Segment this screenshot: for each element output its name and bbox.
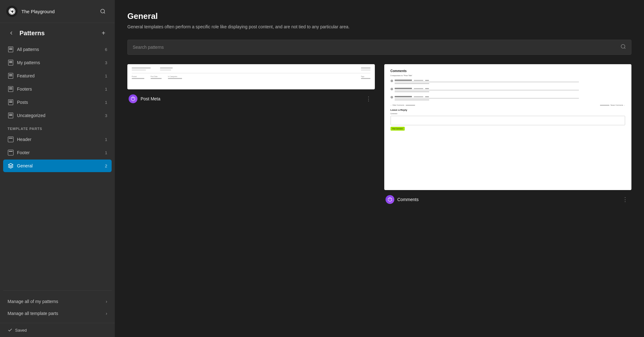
svg-point-1 xyxy=(101,9,104,13)
sidebar-item-featured[interactable]: Featured 1 xyxy=(3,70,112,82)
pattern-grid: Posted Post Date In Categories Tags xyxy=(115,61,644,217)
sidebar-top-bar: The Playground xyxy=(0,0,115,23)
manage-template-parts-arrow-icon: › xyxy=(106,311,107,316)
all-patterns-icon xyxy=(8,46,14,53)
sidebar-item-footer[interactable]: Footer 1 xyxy=(3,146,112,159)
leave-reply-title: Leave a Reply xyxy=(391,109,625,111)
main-content: General General templates often perform … xyxy=(115,0,644,337)
sidebar-item-general[interactable]: General 2 xyxy=(3,160,112,172)
comment-avatar-2 xyxy=(391,88,393,90)
manage-links: Manage all of my patterns › Manage all t… xyxy=(0,293,115,323)
saved-status: Saved xyxy=(0,323,115,337)
sidebar-item-all-patterns[interactable]: All patterns 6 xyxy=(3,43,112,56)
uncategorized-label: Uncategorized xyxy=(17,113,105,118)
all-patterns-label: All patterns xyxy=(17,47,105,52)
svg-point-2 xyxy=(621,44,625,48)
search-bar-container xyxy=(115,37,644,61)
general-count: 2 xyxy=(105,164,107,168)
site-name: The Playground xyxy=(21,9,97,14)
pattern-card-comments: Comments 3 responses to "Post Title" xyxy=(384,64,632,205)
comments-name: Comments xyxy=(397,197,620,202)
comment-textarea-preview xyxy=(391,116,625,125)
comment-body-1 xyxy=(395,80,625,85)
my-patterns-count: 3 xyxy=(105,60,107,65)
manage-patterns-label: Manage all of my patterns xyxy=(8,299,106,304)
comments-preview[interactable]: Comments 3 responses to "Post Title" xyxy=(384,64,632,190)
sidebar-item-posts[interactable]: Posts 1 xyxy=(3,96,112,109)
posts-icon xyxy=(8,99,14,105)
post-meta-pattern-icon xyxy=(129,94,137,103)
all-patterns-count: 6 xyxy=(105,47,107,52)
wp-logo[interactable] xyxy=(6,6,18,17)
sidebar-item-my-patterns[interactable]: My patterns 3 xyxy=(3,56,112,69)
post-comment-preview: Post Comment xyxy=(391,127,405,131)
site-search-button[interactable] xyxy=(97,6,108,17)
search-input[interactable] xyxy=(133,45,620,50)
comment-item-3 xyxy=(391,96,625,102)
footers-label: Footers xyxy=(17,87,105,92)
comment-body-3 xyxy=(395,96,625,102)
add-pattern-button[interactable]: + xyxy=(98,28,108,38)
post-meta-menu-button[interactable]: ⋮ xyxy=(364,94,374,104)
sidebar-item-header[interactable]: Header 1 xyxy=(3,133,112,146)
my-patterns-icon xyxy=(8,59,14,66)
comment-item-2 xyxy=(391,88,625,93)
template-parts-section-label: TEMPLATE PARTS xyxy=(0,122,115,133)
comments-preview-title: Comments xyxy=(391,69,625,73)
pattern-card-post-meta: Posted Post Date In Categories Tags xyxy=(127,64,375,205)
page-description: General templates often perform a specif… xyxy=(127,24,631,30)
patterns-header: Patterns + xyxy=(0,23,115,43)
search-bar-icon xyxy=(620,44,626,51)
comment-avatar-1 xyxy=(391,80,393,82)
header-icon xyxy=(8,136,14,143)
sidebar-item-uncategorized[interactable]: Uncategorized 3 xyxy=(3,109,112,122)
featured-count: 1 xyxy=(105,74,107,78)
posts-count: 1 xyxy=(105,100,107,105)
saved-label: Saved xyxy=(15,328,27,333)
general-label: General xyxy=(17,163,105,168)
search-bar xyxy=(127,40,631,55)
comments-preview-subtitle: 3 responses to "Post Title" xyxy=(391,75,625,76)
manage-patterns-arrow-icon: › xyxy=(106,299,107,304)
main-header: General General templates often perform … xyxy=(115,0,644,37)
post-meta-name: Post Meta xyxy=(141,96,364,101)
comments-menu-button[interactable]: ⋮ xyxy=(620,194,630,205)
comments-card-footer: Comments ⋮ xyxy=(384,194,632,205)
header-label: Header xyxy=(17,137,105,142)
sidebar: The Playground Patterns + All patterns 6 xyxy=(0,0,115,337)
comment-avatar-3 xyxy=(391,96,393,98)
general-icon xyxy=(8,163,14,169)
uncategorized-count: 3 xyxy=(105,113,107,118)
page-title: General xyxy=(127,11,631,21)
footer-count: 1 xyxy=(105,150,107,155)
footers-icon xyxy=(8,86,14,92)
check-icon xyxy=(8,328,13,333)
header-count: 1 xyxy=(105,137,107,142)
featured-icon xyxy=(8,73,14,79)
template-parts-nav-list: Header 1 Footer 1 General 2 xyxy=(0,133,115,173)
posts-label: Posts xyxy=(17,100,105,105)
comments-preview-content: Comments 3 responses to "Post Title" xyxy=(384,64,632,136)
footer-label: Footer xyxy=(17,150,105,155)
post-meta-card-footer: Post Meta ⋮ xyxy=(127,94,375,104)
sidebar-item-footers[interactable]: Footers 1 xyxy=(3,83,112,95)
comment-body-2 xyxy=(395,88,625,93)
manage-template-parts-link[interactable]: Manage all template parts › xyxy=(3,308,112,319)
back-button[interactable] xyxy=(6,28,16,38)
my-patterns-label: My patterns xyxy=(17,60,105,65)
manage-patterns-link[interactable]: Manage all of my patterns › xyxy=(3,296,112,307)
featured-label: Featured xyxy=(17,73,105,78)
footers-count: 1 xyxy=(105,87,107,92)
footer-icon xyxy=(8,149,14,156)
patterns-nav-list: All patterns 6 My patterns 3 Featured 1 … xyxy=(0,43,115,122)
manage-template-parts-label: Manage all template parts xyxy=(8,311,106,316)
comment-item-1 xyxy=(391,80,625,85)
sidebar-divider xyxy=(3,290,112,291)
comments-pattern-icon xyxy=(386,195,394,204)
post-meta-preview[interactable]: Posted Post Date In Categories Tags xyxy=(127,64,375,89)
patterns-title: Patterns xyxy=(19,30,98,37)
uncategorized-icon xyxy=(8,112,14,119)
